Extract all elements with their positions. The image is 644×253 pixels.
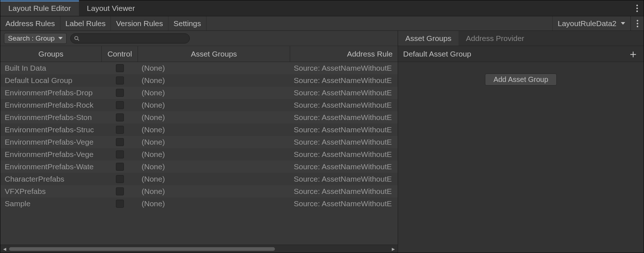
tab-asset-groups[interactable]: Asset Groups bbox=[398, 31, 459, 46]
cell-asset-group: (None) bbox=[138, 125, 290, 134]
table-row[interactable]: Sample(None)Source: AssetNameWithoutE bbox=[0, 198, 398, 210]
add-button[interactable]: ＋ bbox=[628, 49, 639, 59]
table-row[interactable]: Default Local Group(None)Source: AssetNa… bbox=[0, 74, 398, 87]
cell-control bbox=[102, 150, 138, 158]
right-tab-bar: Asset Groups Address Provider bbox=[398, 31, 644, 46]
cell-address-rule: Source: AssetNameWithoutE bbox=[290, 64, 398, 72]
cell-address-rule: Source: AssetNameWithoutE bbox=[290, 199, 398, 208]
toolbar-menu-button[interactable] bbox=[631, 16, 644, 30]
scroll-right-button[interactable]: ► bbox=[390, 246, 396, 252]
scroll-thumb[interactable] bbox=[9, 247, 275, 251]
control-checkbox[interactable] bbox=[116, 187, 124, 195]
cell-address-rule: Source: AssetNameWithoutE bbox=[290, 113, 398, 122]
right-panel-title: Default Asset Group bbox=[403, 50, 628, 58]
tab-settings[interactable]: Settings bbox=[168, 16, 206, 30]
table-row[interactable]: EnvironmentPrefabs-Vege(None)Source: Ass… bbox=[0, 136, 398, 148]
table-row[interactable]: EnvironmentPrefabs-Vege(None)Source: Ass… bbox=[0, 148, 398, 161]
table-row[interactable]: EnvironmentPrefabs-Ston(None)Source: Ass… bbox=[0, 111, 398, 124]
tab-layout-rule-editor[interactable]: Layout Rule Editor bbox=[0, 0, 79, 16]
table-row[interactable]: EnvironmentPrefabs-Wate(None)Source: Ass… bbox=[0, 161, 398, 173]
table-row[interactable]: EnvironmentPrefabs-Rock(None)Source: Ass… bbox=[0, 99, 398, 111]
plus-icon: ＋ bbox=[628, 48, 639, 60]
control-checkbox[interactable] bbox=[116, 200, 124, 208]
tab-label: Layout Viewer bbox=[87, 4, 135, 13]
control-checkbox[interactable] bbox=[116, 101, 124, 109]
table-header: Groups Control Asset Groups Address Rule bbox=[0, 46, 398, 62]
control-checkbox[interactable] bbox=[116, 138, 124, 146]
svg-point-3 bbox=[636, 20, 638, 21]
control-checkbox[interactable] bbox=[116, 89, 124, 97]
cell-asset-group: (None) bbox=[138, 88, 290, 97]
cell-asset-group: (None) bbox=[138, 199, 290, 208]
chevron-down-icon bbox=[58, 37, 63, 40]
cell-control bbox=[102, 101, 138, 109]
svg-point-6 bbox=[75, 36, 78, 40]
cell-control bbox=[102, 113, 138, 121]
svg-point-2 bbox=[636, 10, 638, 12]
control-checkbox[interactable] bbox=[116, 64, 124, 72]
cell-control bbox=[102, 200, 138, 208]
control-checkbox[interactable] bbox=[116, 150, 124, 158]
cell-group-name: EnvironmentPrefabs-Vege bbox=[0, 150, 102, 159]
cell-control bbox=[102, 138, 138, 146]
search-mode-dropdown[interactable]: Search : Group bbox=[4, 33, 67, 44]
tab-layout-viewer[interactable]: Layout Viewer bbox=[79, 0, 143, 16]
cell-asset-group: (None) bbox=[138, 64, 290, 72]
control-checkbox[interactable] bbox=[116, 175, 124, 183]
col-header-groups[interactable]: Groups bbox=[0, 46, 102, 62]
tab-label: Address Provider bbox=[466, 34, 524, 43]
cell-group-name: EnvironmentPrefabs-Ston bbox=[0, 113, 102, 122]
scroll-track[interactable] bbox=[9, 246, 389, 252]
scroll-left-button[interactable]: ◄ bbox=[2, 246, 8, 252]
cell-group-name: EnvironmentPrefabs-Drop bbox=[0, 88, 102, 97]
table-row[interactable]: CharacterPrefabs(None)Source: AssetNameW… bbox=[0, 173, 398, 185]
tab-address-provider[interactable]: Address Provider bbox=[459, 31, 531, 46]
table-row[interactable]: EnvironmentPrefabs-Struc(None)Source: As… bbox=[0, 124, 398, 136]
cell-group-name: CharacterPrefabs bbox=[0, 175, 102, 183]
cell-control bbox=[102, 126, 138, 134]
search-box[interactable] bbox=[70, 33, 190, 43]
search-row: Search : Group bbox=[0, 31, 398, 46]
control-checkbox[interactable] bbox=[116, 113, 124, 121]
control-checkbox[interactable] bbox=[116, 163, 124, 171]
add-asset-group-button[interactable]: Add Asset Group bbox=[485, 74, 556, 86]
svg-point-4 bbox=[636, 22, 638, 24]
tab-version-rules[interactable]: Version Rules bbox=[111, 16, 168, 30]
dropdown-label: LayoutRuleData2 bbox=[558, 19, 616, 28]
right-panel-header: Default Asset Group ＋ bbox=[398, 46, 644, 62]
main-area: Search : Group Groups Control Asset Grou… bbox=[0, 31, 644, 253]
control-checkbox[interactable] bbox=[116, 126, 124, 134]
tab-label-rules[interactable]: Label Rules bbox=[60, 16, 111, 30]
cell-asset-group: (None) bbox=[138, 76, 290, 85]
button-label: Add Asset Group bbox=[493, 75, 548, 83]
header-label: Control bbox=[108, 50, 132, 58]
col-header-control[interactable]: Control bbox=[102, 46, 138, 62]
cell-asset-group: (None) bbox=[138, 150, 290, 159]
kebab-icon bbox=[636, 4, 638, 12]
top-tab-bar: Layout Rule Editor Layout Viewer bbox=[0, 0, 644, 16]
cell-asset-group: (None) bbox=[138, 113, 290, 122]
control-checkbox[interactable] bbox=[116, 76, 124, 84]
left-panel: Search : Group Groups Control Asset Grou… bbox=[0, 31, 398, 253]
col-header-address-rule[interactable]: Address Rule bbox=[290, 46, 398, 62]
cell-group-name: EnvironmentPrefabs-Struc bbox=[0, 125, 102, 134]
col-header-asset-groups[interactable]: Asset Groups bbox=[138, 46, 290, 62]
cell-control bbox=[102, 89, 138, 97]
table-row[interactable]: EnvironmentPrefabs-Drop(None)Source: Ass… bbox=[0, 87, 398, 99]
cell-asset-group: (None) bbox=[138, 101, 290, 109]
horizontal-scrollbar[interactable]: ◄ ► bbox=[0, 245, 398, 253]
cell-control bbox=[102, 76, 138, 84]
layout-data-dropdown[interactable]: LayoutRuleData2 bbox=[552, 16, 631, 30]
cell-group-name: EnvironmentPrefabs-Rock bbox=[0, 101, 102, 109]
tab-address-rules[interactable]: Address Rules bbox=[0, 16, 60, 30]
table-row[interactable]: Built In Data(None)Source: AssetNameWith… bbox=[0, 62, 398, 74]
editor-window: Layout Rule Editor Layout Viewer Address… bbox=[0, 0, 644, 253]
cell-group-name: Default Local Group bbox=[0, 76, 102, 85]
window-menu-button[interactable] bbox=[631, 0, 644, 16]
search-input[interactable] bbox=[82, 35, 186, 42]
cell-address-rule: Source: AssetNameWithoutE bbox=[290, 138, 398, 146]
tab-label: Version Rules bbox=[116, 19, 163, 28]
cell-address-rule: Source: AssetNameWithoutE bbox=[290, 88, 398, 97]
table-row[interactable]: VFXPrefabs(None)Source: AssetNameWithout… bbox=[0, 185, 398, 198]
table-body: Built In Data(None)Source: AssetNameWith… bbox=[0, 62, 398, 245]
